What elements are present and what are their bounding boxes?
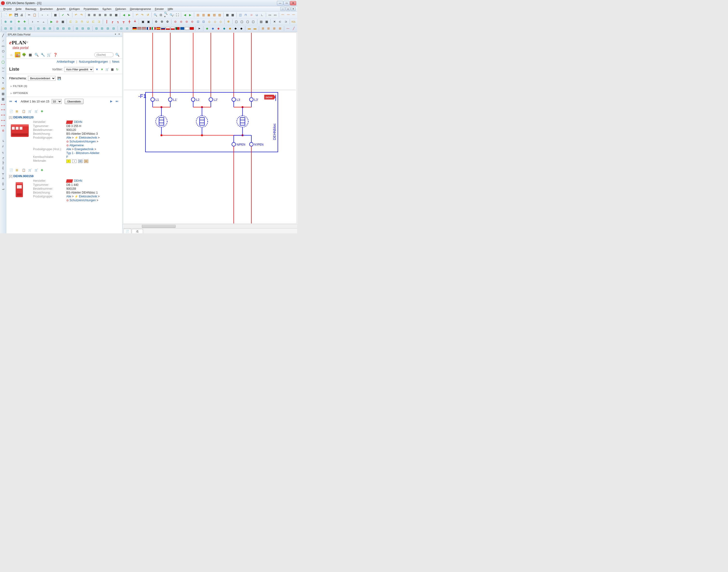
item-detail-icon[interactable]: 📄 (9, 168, 14, 173)
box4-icon[interactable]: ▢ (251, 19, 256, 24)
grid4-icon[interactable]: ⊞ (103, 12, 108, 18)
schematic-viewport[interactable]: -F1 L1 L1' L2 L2' L3 L3' (123, 32, 297, 224)
draw-ellipse-icon[interactable]: ◯ (1, 60, 6, 64)
db9-icon[interactable]: ⊟ (55, 26, 61, 31)
panel5-icon[interactable]: ▨ (217, 12, 223, 18)
filterschema-save-icon[interactable]: 💾 (57, 76, 61, 80)
corner3-icon[interactable]: ┐ (1, 150, 6, 154)
line-h-icon[interactable]: — (285, 26, 291, 31)
menu-optionen[interactable]: Optionen (113, 7, 128, 11)
term2-icon[interactable]: ⊖ (179, 19, 184, 24)
item-add-icon[interactable]: ✚ (41, 110, 45, 114)
tree-icon[interactable]: 🌳 (21, 52, 26, 57)
page-icon[interactable]: ▫ (40, 12, 45, 18)
signal2-icon[interactable]: 〰 (286, 12, 291, 18)
layer1-icon[interactable]: ▬ (247, 26, 252, 31)
item-cart2-icon[interactable]: 🛒 (35, 168, 39, 173)
flag-it-icon[interactable] (151, 27, 156, 30)
flag-cn-icon[interactable] (190, 27, 194, 30)
panel2-icon[interactable]: ▥ (201, 12, 206, 18)
draw-circle-icon[interactable]: ○ (1, 54, 6, 59)
pager-last-icon[interactable]: ⏭ (116, 99, 119, 103)
db17-icon[interactable]: ⊟ (105, 26, 111, 31)
item-detail-icon[interactable]: 📄 (9, 110, 14, 114)
sel1-icon[interactable]: ⊞ (260, 26, 265, 31)
pager-submit-button[interactable]: Übermitteln (65, 99, 83, 104)
dim3-icon[interactable]: ⟷ (1, 113, 6, 118)
mdi-minimize-button[interactable]: — (280, 7, 285, 11)
redo2-icon[interactable]: ↷ (140, 12, 145, 18)
corner4-icon[interactable]: ┌ (1, 155, 6, 160)
db18-icon[interactable]: ⊟ (111, 26, 116, 31)
close-button[interactable]: ✕ (290, 1, 296, 5)
zoom-win-icon[interactable]: 🔍 (153, 12, 158, 18)
db3-icon[interactable]: ⊟ (16, 26, 22, 31)
history-icon[interactable]: ↺ (145, 12, 150, 18)
page2-icon[interactable]: ▫ (45, 12, 50, 18)
clip-icon[interactable]: ⊂ (278, 19, 283, 24)
draw-arc2-icon[interactable]: ⌒ (1, 70, 6, 75)
filter-refresh-icon[interactable]: ↻ (115, 67, 119, 72)
draw-image-icon[interactable]: ▤ (1, 91, 6, 96)
term7-icon[interactable]: ◇ (207, 19, 212, 24)
corner2-icon[interactable]: ┘ (1, 144, 6, 149)
menu-bauraum[interactable]: Bauraum (23, 7, 38, 11)
cart-icon[interactable]: 🛒 (46, 52, 52, 57)
db2-icon[interactable]: ⊟ (9, 26, 14, 31)
draw-rect-icon[interactable]: ▭ (1, 44, 6, 49)
flag-us-icon[interactable] (137, 27, 141, 30)
grid-icon[interactable]: ⊞ (86, 12, 92, 18)
table1-icon[interactable]: ▦ (225, 12, 230, 18)
flag-ru-icon[interactable] (161, 27, 165, 30)
layer2-icon[interactable]: ▬ (252, 26, 258, 31)
route7-icon[interactable]: ◆ (239, 26, 244, 31)
item-code-link[interactable]: DEHN.900159 (13, 174, 34, 178)
draw-point-icon[interactable]: • (1, 81, 6, 86)
table2-icon[interactable]: ▦ (230, 12, 235, 18)
pager-next-icon[interactable]: ▶ (110, 99, 114, 103)
tab-page-icon[interactable]: 📄 (123, 229, 131, 233)
circuit2-icon[interactable]: ⫟ (36, 19, 41, 24)
term9-icon[interactable]: ◇ (218, 19, 223, 24)
db16-icon[interactable]: ⊟ (100, 26, 105, 31)
comp2-icon[interactable]: ▣ (146, 19, 151, 24)
macro-icon[interactable]: ▦ (53, 12, 58, 18)
mdi-restore-button[interactable]: ▭ (286, 7, 290, 11)
flag-de-icon[interactable] (132, 27, 137, 30)
pointer-icon[interactable]: ➤ (197, 26, 202, 31)
filter-add-icon[interactable]: ▼ (100, 67, 104, 72)
zoom-out-icon[interactable]: 🔍- (169, 12, 174, 18)
cross2-icon[interactable]: ┼ (1, 182, 6, 186)
jump-icon[interactable]: ⤻ (1, 187, 6, 192)
zoom-fit-icon[interactable]: ⊡ (158, 12, 163, 18)
route4-icon[interactable]: ◆ (222, 26, 227, 31)
help-icon[interactable]: ❓ (53, 52, 58, 57)
route1-icon[interactable]: ◆ (204, 26, 210, 31)
wire5-icon[interactable]: ╋ (127, 19, 132, 24)
draw-text-icon[interactable]: ab (1, 86, 6, 91)
tools-icon[interactable]: 🔧 (40, 52, 45, 57)
route5-icon[interactable]: ◆ (227, 26, 233, 31)
route3-icon[interactable]: ◆ (216, 26, 221, 31)
flag-us2-icon[interactable] (142, 27, 146, 30)
item-tree-icon[interactable]: ⊞ (16, 168, 20, 173)
panel3-icon[interactable]: ▦ (206, 12, 211, 18)
item-cart-icon[interactable]: 🛒 (28, 168, 33, 173)
draw-arc-icon[interactable]: ◡ (1, 65, 6, 70)
search-config-icon[interactable]: 🔍 (34, 52, 39, 57)
dim5-icon[interactable]: ⟷ (1, 123, 6, 128)
dim4-icon[interactable]: ⟷ (1, 118, 6, 123)
zoom-full-icon[interactable]: ⛶ (175, 12, 180, 18)
ortho-icon[interactable]: ∟ (259, 12, 264, 18)
pager-prev-icon[interactable]: ◀ (14, 99, 18, 103)
line-diag-icon[interactable]: ╱ (291, 26, 296, 31)
scrollbar-thumb[interactable] (142, 225, 176, 228)
new-icon[interactable]: 📄 (3, 12, 8, 18)
gear3-icon[interactable]: ⚙ (165, 19, 170, 24)
db13-icon[interactable]: ⊟ (80, 26, 85, 31)
flag-kr-icon[interactable] (185, 27, 189, 30)
filter-funnel-icon[interactable]: ▼ (95, 67, 99, 72)
redo-icon[interactable]: ↷ (79, 12, 84, 18)
flag-fr-icon[interactable] (147, 27, 151, 30)
db10-icon[interactable]: ⊟ (61, 26, 66, 31)
